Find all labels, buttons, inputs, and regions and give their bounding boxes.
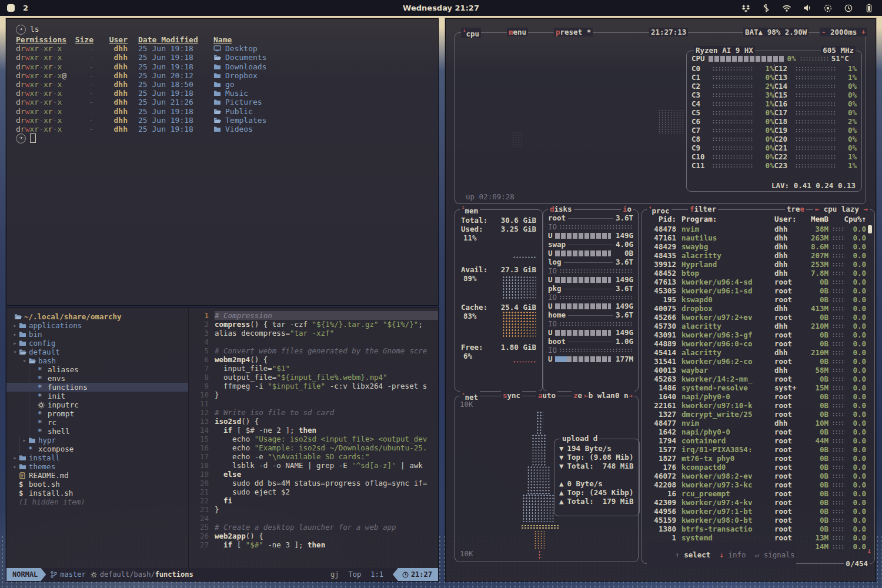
process-row[interactable]: 176kcompactd0root0B0.0	[647, 463, 866, 472]
entry-name[interactable]: Templates	[225, 116, 266, 125]
tree-item-boot-sh[interactable]: $boot.sh	[6, 480, 188, 489]
tree-item-rc[interactable]: *rc	[6, 418, 188, 427]
bluetooth-icon[interactable]	[761, 4, 771, 13]
tree-item-readme-md[interactable]: README.md	[6, 471, 188, 480]
process-row[interactable]: 48429swaybgdhh8.6M0.0	[647, 242, 866, 251]
menu-button[interactable]: menu	[507, 28, 528, 36]
code-line[interactable]: 20 sudo dd bs=4M status=progress oflag=s…	[189, 479, 438, 487]
entry-name[interactable]: Pictures	[225, 98, 262, 106]
entry-name[interactable]: Downloads	[225, 62, 266, 71]
net-interface[interactable]: ←b wlan0 n→	[582, 391, 634, 400]
tab-cpu[interactable]: ¹cpu	[461, 28, 481, 38]
tree-item-xcompose[interactable]: *xcompose	[6, 445, 188, 453]
code-line[interactable]: 25# Create a desktop launcher for a web …	[189, 523, 438, 532]
process-row[interactable]: 31541kworker/u96:2-coroot0B0.0	[647, 357, 866, 366]
process-row[interactable]: 45263kworker/14:2-mm_root0B0.0	[647, 375, 866, 383]
tree-item-functions[interactable]: *functions	[6, 383, 188, 392]
process-row[interactable]: 1380btrfs-transactioroot0B0.0	[647, 524, 866, 533]
net-sync-button[interactable]: sync	[501, 391, 522, 400]
tree-item-prompt[interactable]: *prompt	[6, 409, 188, 418]
code-line[interactable]: 1# Compression	[189, 311, 438, 320]
record-icon[interactable]	[823, 4, 833, 13]
volume-icon[interactable]	[803, 4, 812, 13]
process-row[interactable]: 44889kworker/u96:0-coroot0B0.0	[647, 339, 866, 348]
tree-item-install-sh[interactable]: $install.sh	[6, 489, 188, 497]
dropbox-icon[interactable]	[741, 4, 750, 13]
tab-disks[interactable]: disks	[548, 205, 574, 213]
process-row[interactable]: 42309kworker/u97:4-kvroot0B0.0	[647, 498, 866, 507]
code-line[interactable]: 16 echo "Example: iso2sd ~/Downloads/ubu…	[189, 443, 438, 452]
process-row[interactable]: 39912Hyprlanddhh253M0.0	[647, 260, 866, 269]
tree-item-inputrc[interactable]: inputrc	[6, 400, 188, 409]
process-row[interactable]: 1327dmcrypt_write/25root0B0.0	[647, 410, 866, 419]
tree-item-shell[interactable]: *shell	[6, 427, 188, 436]
process-row[interactable]: 195kswapd0root0B0.0	[647, 295, 866, 304]
code-line[interactable]: 19 else	[189, 470, 438, 479]
tree-item-config[interactable]: ▸config	[6, 339, 188, 348]
proc-header-user[interactable]: User:	[774, 215, 804, 224]
refresh-interval[interactable]: - 2000ms +	[820, 28, 867, 36]
scrollbar-thumb[interactable]	[868, 225, 872, 233]
code-panel[interactable]: 1# Compression2compress() { tar -czf "${…	[189, 308, 438, 573]
wifi-icon[interactable]	[782, 4, 791, 13]
tab-mem[interactable]: ²mem	[460, 205, 480, 215]
code-line[interactable]: 14 if [ $# -ne 2 ]; then	[189, 426, 438, 435]
process-row[interactable]: 42208kworker/u97:3-kcroot0B0.0	[647, 480, 866, 489]
tree-item-themes[interactable]: ▸themes	[6, 462, 188, 471]
process-row[interactable]: 48478nvimdhh38M0.0	[647, 225, 866, 233]
code-line[interactable]: 9 ffmpeg -i "$input_file" -c:v libx264 -…	[189, 382, 438, 390]
filter-button[interactable]: filter	[688, 205, 718, 213]
entry-name[interactable]: Desktop	[225, 44, 258, 53]
code-line[interactable]: 4	[189, 338, 438, 346]
process-row[interactable]: 40075dropboxdhh413M0.0	[647, 304, 866, 313]
code-line[interactable]: 27 if [ "$#" -ne 3 ]; then	[189, 540, 438, 549]
proc-header-cpu[interactable]: Cpu%	[844, 215, 861, 224]
workspace-number[interactable]: 2	[23, 4, 28, 12]
code-line[interactable]: 5# Convert webm files generated by the G…	[189, 346, 438, 355]
process-row[interactable]: 1794containerdroot44M0.0	[647, 436, 866, 445]
code-line[interactable]: 17 echo -e "\nAvailable SD cards:"	[189, 452, 438, 461]
sort-selector[interactable]: ← cpu lazy →	[813, 205, 870, 213]
entry-name[interactable]: Public	[225, 107, 253, 116]
proc-header-pid[interactable]: Pid:	[647, 215, 676, 224]
code-line[interactable]: 3alias decompress="tar -xzf"	[189, 329, 438, 338]
code-line[interactable]: 2compress() { tar -czf "${1%/}.tar.gz" "…	[189, 320, 438, 329]
tree-root[interactable]: ~/.local/share/omarchy	[6, 312, 188, 321]
tree-item-init[interactable]: *init	[6, 392, 188, 400]
code-line[interactable]: 24	[189, 514, 438, 523]
process-row[interactable]: 1577irq/81-PIXA3854:root0B0.0	[647, 445, 866, 454]
idle-inhibitor-icon[interactable]	[844, 4, 853, 13]
code-line[interactable]: 7 input_file="$1"	[189, 364, 438, 373]
process-row[interactable]: 1486systemd-resolvesyst+15M0.0	[647, 383, 866, 392]
tab-proc[interactable]: ⁴proc	[647, 205, 671, 215]
workspace-active-indicator[interactable]	[7, 4, 15, 12]
process-row[interactable]: 44956kworker/u97:1-btroot0B0.0	[647, 507, 866, 516]
process-row[interactable]: 47161nautilusdhh263M0.0	[647, 233, 866, 242]
proc-header-memb[interactable]: MemB	[804, 215, 828, 224]
process-row[interactable]: 47613kworker/u96:4-sdroot0B0.0	[647, 278, 866, 286]
tab-io[interactable]: io	[621, 205, 633, 213]
process-row[interactable]: 48477nvimdhh10M0.0	[647, 419, 866, 427]
process-row[interactable]: 40013waybardhh58M0.0	[647, 366, 866, 375]
tree-item-aliases[interactable]: *aliases	[6, 365, 188, 374]
code-line[interactable]: 10}	[189, 390, 438, 399]
process-row[interactable]: 1642napi/phy0-0root0B0.0	[647, 427, 866, 436]
process-row[interactable]: 22161kworker/u97:10-kroot0B0.0	[647, 401, 866, 410]
prompt-line-empty[interactable]: ➔	[16, 133, 438, 143]
entry-name[interactable]: Videos	[225, 125, 253, 133]
net-auto-button[interactable]: auto	[536, 391, 557, 400]
tree-item-bash[interactable]: ▾bash	[6, 356, 188, 365]
tree-item-hypr[interactable]: ▸hypr	[6, 436, 188, 445]
code-line[interactable]: 26web2app() {	[189, 532, 438, 540]
entry-name[interactable]: Dropbox	[225, 71, 258, 80]
proc-header-program[interactable]: Program:	[676, 215, 774, 224]
code-line[interactable]: 15 echo "Usage: iso2sd <input_file> <out…	[189, 435, 438, 443]
process-row[interactable]: 45266kworker/u97:2+evroot0B0.0	[647, 313, 866, 322]
tree-item-envs[interactable]: *envs	[6, 374, 188, 383]
code-line[interactable]: 11	[189, 399, 438, 408]
process-row[interactable]: 1827mt76-tx phy0root0B0.0	[647, 454, 866, 463]
process-row[interactable]: 1systemdroot13M0.0	[647, 533, 866, 542]
tree-item-default[interactable]: ▾default	[6, 348, 188, 356]
entry-name[interactable]: Music	[225, 89, 248, 98]
preset-button[interactable]: preset *	[554, 28, 593, 36]
